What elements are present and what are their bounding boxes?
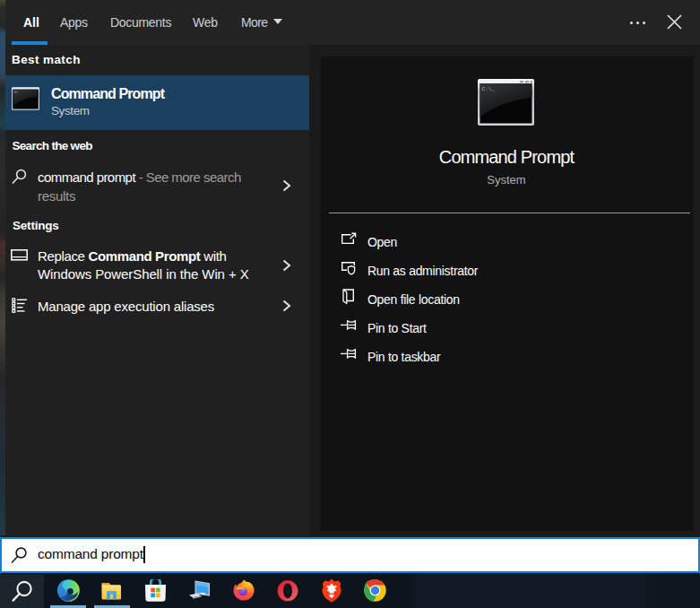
svg-text:C:\_: C:\_	[482, 86, 496, 92]
svg-text:≡\: ≡\	[13, 91, 18, 94]
